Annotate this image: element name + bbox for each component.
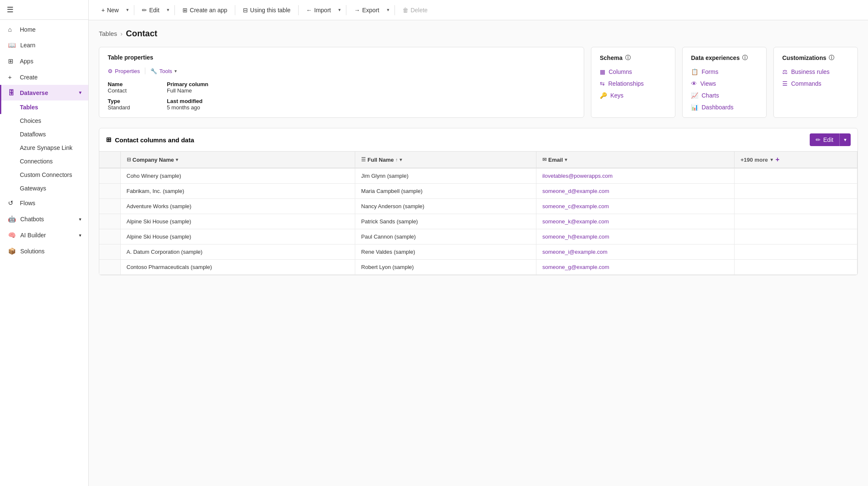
commands-icon: [782, 80, 788, 87]
delete-button[interactable]: Delete: [398, 4, 432, 16]
sidebar-item-flows[interactable]: Flows: [0, 195, 88, 211]
add-column-icon[interactable]: +: [775, 156, 779, 163]
breadcrumb-separator: ›: [120, 30, 122, 37]
sidebar-sub-item-azure-synapse[interactable]: Azure Synapse Link: [0, 141, 88, 155]
schema-columns-link[interactable]: Columns: [600, 68, 667, 75]
toolbar-separator-2: [174, 5, 175, 15]
sidebar-item-create[interactable]: Create: [0, 69, 88, 85]
sidebar-item-apps-label: Apps: [20, 58, 33, 65]
create-app-button[interactable]: Create an app: [178, 4, 231, 16]
table-row[interactable]: Adventure Works (sample) Nancy Anderson …: [99, 199, 857, 214]
forms-icon: [691, 68, 698, 75]
fullname-sort-icon: ▾: [400, 157, 402, 163]
keys-label: Keys: [610, 92, 623, 99]
properties-label: Properties: [115, 68, 140, 74]
table-row[interactable]: Alpine Ski House (sample) Patrick Sands …: [99, 214, 857, 229]
data-experiences-title: Data experiences: [691, 54, 740, 61]
sidebar-item-apps[interactable]: Apps: [0, 53, 88, 69]
sidebar-sub-item-gateways[interactable]: Gateways: [0, 182, 88, 195]
sidebar-item-dataverse[interactable]: Dataverse ▾: [0, 85, 88, 100]
azure-synapse-label: Azure Synapse Link: [20, 144, 73, 151]
select-all-header: [99, 152, 120, 168]
table-row[interactable]: Contoso Pharmaceuticals (sample) Robert …: [99, 260, 857, 275]
full-name-header[interactable]: Full Name ▾: [355, 152, 536, 168]
more-cell: [735, 229, 857, 244]
email-cell: someone_k@example.com: [536, 214, 734, 229]
schema-relationships-link[interactable]: Relationships: [600, 80, 667, 87]
tools-button[interactable]: Tools: [150, 68, 177, 74]
forms-link[interactable]: Forms: [691, 68, 758, 75]
export-dropdown-button[interactable]: ▾: [385, 5, 391, 15]
row-checkbox-cell[interactable]: [99, 214, 120, 229]
toolbar-separator-6: [395, 5, 395, 15]
columns-label: Columns: [609, 68, 632, 75]
new-dropdown-button[interactable]: ▾: [125, 5, 131, 15]
email-cell: someone_h@example.com: [536, 229, 734, 244]
sidebar-item-learn[interactable]: Learn: [0, 37, 88, 53]
fullname-cell: Rene Valdes (sample): [355, 244, 536, 260]
columns-icon: [600, 68, 605, 75]
table-row[interactable]: Coho Winery (sample) Jim Glynn (sample) …: [99, 168, 857, 184]
hamburger-icon[interactable]: ☰: [7, 5, 14, 14]
import-dropdown-button[interactable]: ▾: [337, 5, 343, 15]
primary-col-value: Full Name: [167, 87, 209, 94]
schema-title: Schema: [600, 54, 623, 61]
data-section: Contact columns and data Edit ▾: [99, 128, 858, 275]
more-cols-chevron-icon[interactable]: ▾: [770, 157, 773, 163]
sidebar-sub-item-dataflows[interactable]: Dataflows: [0, 128, 88, 141]
company-name-header[interactable]: Company Name ▾: [120, 152, 355, 168]
breadcrumb: Tables › Contact: [99, 29, 858, 38]
data-edit-label: Edit: [823, 136, 833, 143]
properties-button[interactable]: Properties: [108, 68, 140, 74]
row-checkbox-cell[interactable]: [99, 184, 120, 199]
row-checkbox-cell[interactable]: [99, 229, 120, 244]
create-app-icon: [182, 7, 188, 14]
sidebar-item-solutions[interactable]: Solutions: [0, 243, 88, 259]
sidebar-item-chatbots[interactable]: Chatbots ▾: [0, 211, 88, 227]
data-experiences-header: Data experiences: [691, 54, 758, 62]
fullname-cell: Nancy Anderson (sample): [355, 199, 536, 214]
create-icon: [8, 73, 16, 81]
data-edit-dropdown-button[interactable]: ▾: [839, 133, 851, 146]
row-checkbox-cell[interactable]: [99, 244, 120, 260]
views-link[interactable]: Views: [691, 80, 758, 87]
sidebar-sub-item-choices[interactable]: Choices: [0, 114, 88, 128]
business-rules-icon: [782, 68, 788, 75]
more-cols-header[interactable]: +190 more ▾ +: [735, 152, 857, 168]
schema-keys-link[interactable]: Keys: [600, 92, 667, 99]
flows-label: Flows: [20, 200, 35, 206]
edit-dropdown-button[interactable]: ▾: [165, 5, 171, 15]
sidebar-item-home[interactable]: Home: [0, 22, 88, 37]
table-properties-header: Table properties: [108, 54, 575, 61]
commands-link[interactable]: Commands: [782, 80, 849, 87]
edit-button[interactable]: Edit: [138, 4, 163, 16]
more-cell: [735, 214, 857, 229]
import-button[interactable]: Import: [302, 4, 335, 16]
table-row[interactable]: Alpine Ski House (sample) Paul Cannon (s…: [99, 229, 857, 244]
sidebar-sub-item-tables[interactable]: Tables: [0, 100, 88, 114]
sidebar-nav: Home Learn Apps Create Dataverse ▾ Table…: [0, 20, 88, 486]
sidebar-sub-item-custom-connectors[interactable]: Custom Connectors: [0, 168, 88, 182]
breadcrumb-tables-link[interactable]: Tables: [99, 30, 117, 37]
sidebar-sub-item-connections[interactable]: Connections: [0, 155, 88, 168]
ai-builder-chevron-icon: ▾: [79, 233, 82, 238]
dashboards-link[interactable]: Dashboards: [691, 104, 758, 111]
edit-btn-group: Edit ▾: [810, 133, 851, 146]
business-rules-link[interactable]: Business rules: [782, 68, 849, 75]
row-checkbox-cell[interactable]: [99, 168, 120, 184]
data-edit-button[interactable]: Edit: [810, 133, 839, 146]
table-props-data: Name Contact Primary column Full Name Ty…: [108, 81, 575, 111]
table-row[interactable]: A. Datum Corporation (sample) Rene Valde…: [99, 244, 857, 260]
email-header[interactable]: Email ▾: [536, 152, 734, 168]
table-row[interactable]: Fabrikam, Inc. (sample) Maria Campbell (…: [99, 184, 857, 199]
sidebar-item-ai-builder[interactable]: AI Builder ▾: [0, 227, 88, 243]
export-button[interactable]: Export: [350, 4, 383, 16]
charts-link[interactable]: Charts: [691, 92, 758, 99]
row-checkbox-cell[interactable]: [99, 199, 120, 214]
row-checkbox-cell[interactable]: [99, 260, 120, 275]
table-body: Coho Winery (sample) Jim Glynn (sample) …: [99, 168, 857, 275]
email-cell: someone_g@example.com: [536, 260, 734, 275]
fullname-cell: Patrick Sands (sample): [355, 214, 536, 229]
new-button[interactable]: New: [97, 4, 123, 16]
using-table-button[interactable]: Using this table: [239, 4, 295, 16]
